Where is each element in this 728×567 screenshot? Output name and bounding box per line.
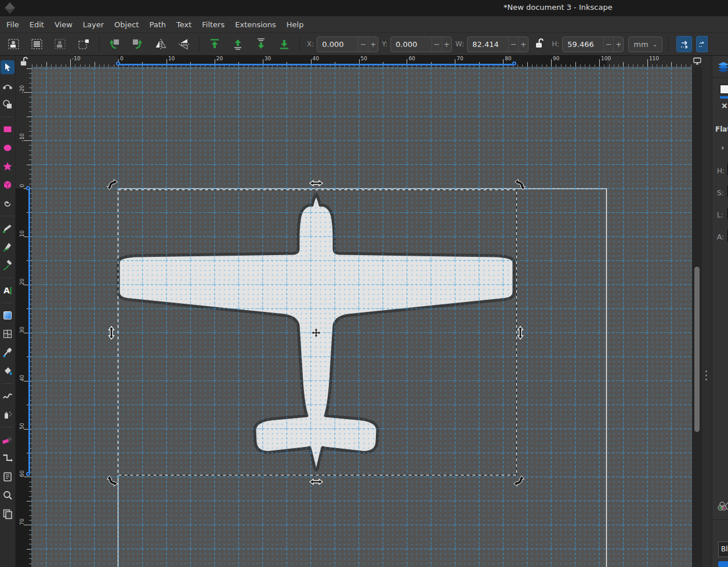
hruler-label: 60 [408,56,415,61]
raise-button[interactable] [229,35,247,53]
vertical-scrollbar[interactable] [692,67,702,567]
display-mode-corner-button[interactable] [692,56,702,67]
y-increment-button[interactable]: + [441,37,451,52]
x-label: X: [307,40,314,48]
menu-file[interactable]: File [1,18,24,31]
height-decrement-button[interactable]: − [603,37,613,52]
menu-filters[interactable]: Filters [197,18,230,31]
horizontal-ruler[interactable]: -100102030405060708090100110 [31,56,692,67]
menu-view[interactable]: View [49,18,78,31]
color-mode-icon[interactable] [718,501,728,511]
pages-tool[interactable] [1,507,15,521]
menu-layer[interactable]: Layer [78,18,109,31]
menu-path[interactable]: Path [144,18,171,31]
units-dropdown[interactable]: mm ⌄ [628,37,662,52]
vruler-selection-extent [28,188,30,474]
x-increment-button[interactable]: + [368,37,378,52]
scale-corners-toggle[interactable] [696,36,708,52]
vruler-label: -20 [19,83,25,95]
node-tool[interactable] [1,79,15,93]
guide-lock-corner[interactable] [16,56,31,67]
scrollbar-thumb[interactable] [694,267,700,432]
lock-aspect-ratio-button[interactable] [534,38,544,50]
flip-horizontal-button[interactable] [152,35,169,53]
y-decrement-button[interactable]: − [432,37,441,52]
hruler-label: 110 [649,56,659,61]
rotate-cw-button[interactable] [129,35,146,53]
raise-to-top-button[interactable] [206,35,223,53]
ellipse-tool[interactable] [1,141,15,155]
tweak-tool[interactable] [1,389,15,403]
flip-vertical-button[interactable] [175,35,193,53]
rectangle-tool[interactable] [1,122,15,136]
menu-edit[interactable]: Edit [24,18,49,31]
ellipse-icon [2,142,13,154]
selector-tool[interactable] [1,60,15,74]
menu-object[interactable]: Object [109,18,144,31]
panel-splitter[interactable] [702,56,712,567]
menu-extensions[interactable]: Extensions [230,18,281,31]
vruler-label: -10 [19,132,25,143]
chevron-down-icon: ⌄ [653,41,657,48]
box-3d-tool[interactable] [1,178,15,192]
unlocked-padlock-icon [19,56,28,66]
width-increment-button[interactable]: + [518,37,528,52]
tool-box: A [0,56,16,567]
scale-corners-icon [697,38,707,50]
rotate-ccw-button[interactable] [106,35,123,53]
opacity-bar[interactable] [718,561,728,567]
select-all-button[interactable] [5,35,23,53]
height-input[interactable] [563,37,603,52]
lower-to-bottom-button[interactable] [276,35,293,53]
measure-tool[interactable] [1,470,15,484]
connector-icon [2,452,13,464]
zoom-tool[interactable] [1,488,15,502]
canvas[interactable] [31,67,692,567]
scale-stroke-toggle[interactable] [676,36,692,52]
width-input[interactable] [468,37,508,52]
connector-tool[interactable] [1,451,15,465]
expander-chevron-icon[interactable]: › [721,143,724,152]
eraser-tool[interactable] [1,432,15,446]
deselect-button[interactable] [52,35,69,53]
selection-frame-icon [77,37,90,51]
shape-builder-tool[interactable] [1,97,15,111]
gradient-tool[interactable] [1,308,15,322]
spiral-tool[interactable] [1,197,15,210]
flat-color-swatch[interactable] [720,85,728,94]
menu-help[interactable]: Help [281,18,309,31]
slider-label: L: [717,211,723,219]
star-tool[interactable] [1,159,15,173]
box-3d-icon [2,179,13,191]
calligraphy-tool[interactable] [1,259,15,272]
width-decrement-button[interactable]: − [508,37,518,52]
paint-bucket-tool[interactable] [1,364,15,378]
text-tool[interactable]: A [1,284,15,297]
height-increment-button[interactable]: + [613,37,623,52]
mesh-tool[interactable] [1,327,15,341]
slider-row-s: S: [717,187,728,198]
menu-text[interactable]: Text [171,18,197,31]
selection-frame-button[interactable] [75,35,92,53]
no-paint-button[interactable]: × [721,101,728,110]
y-field: Y: − + [382,37,452,52]
fill-stroke-tab-icon[interactable] [717,60,728,72]
spray-icon [2,409,13,420]
vertical-ruler[interactable]: -20-10010203040506070 [16,67,31,567]
dropper-tool[interactable] [1,346,15,359]
toolbar-separator [199,37,200,52]
lower-button[interactable] [252,35,270,53]
y-input[interactable] [391,37,432,52]
toolbox-separator [2,303,13,303]
x-decrement-button[interactable]: − [358,37,368,52]
x-input[interactable] [317,37,358,52]
inkscape-logo-icon [3,2,16,14]
select-all-layers-button[interactable] [28,35,46,53]
window-title: *New document 3 - Inkscape [504,3,613,12]
unlocked-padlock-icon [534,38,544,48]
rotate-ccw-icon [107,37,121,51]
pen-tool[interactable] [1,240,15,254]
hruler-label: 80 [505,56,511,61]
pencil-tool[interactable] [1,221,15,235]
spray-tool[interactable] [1,408,15,421]
